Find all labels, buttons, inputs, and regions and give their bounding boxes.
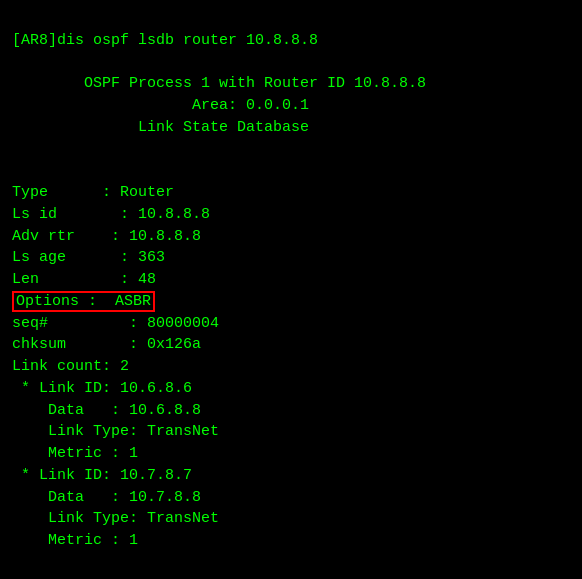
link2-type-value: TransNet <box>147 510 219 527</box>
link2-metric-label: Metric : <box>48 532 129 549</box>
link2-linkid-value: 10.7.8.7 <box>120 467 192 484</box>
link1-type-label: Link Type: <box>48 423 147 440</box>
link1-data-row: Data : 10.6.8.8 <box>12 402 201 419</box>
link2-metric-value: 1 <box>129 532 138 549</box>
link1-metric-value: 1 <box>129 445 138 462</box>
link2-metric-row: Metric : 1 <box>12 532 138 549</box>
link2-type-label: Link Type: <box>48 510 147 527</box>
linkcount-row: Link count: 2 <box>12 358 129 375</box>
chksum-row: chksum : 0x126a <box>12 336 201 353</box>
len-row: Len : 48 <box>12 271 156 288</box>
link1-linkid-value: 10.6.8.6 <box>120 380 192 397</box>
link2-type-row: Link Type: TransNet <box>12 510 219 527</box>
link1-type-value: TransNet <box>147 423 219 440</box>
link1-data-label: Data : <box>48 402 129 419</box>
link2-data-label: Data : <box>48 489 129 506</box>
type-row: Type : Router <box>12 184 174 201</box>
options-row: Options : ASBR <box>12 291 155 312</box>
link2-data-value: 10.7.8.8 <box>129 489 201 506</box>
link1-type-row: Link Type: TransNet <box>12 423 219 440</box>
link1-metric-label: Metric : <box>48 445 129 462</box>
seqnum-row: seq# : 80000004 <box>12 315 219 332</box>
header-line1: OSPF Process 1 with Router ID 10.8.8.8 <box>12 75 426 92</box>
link1-data-value: 10.6.8.8 <box>129 402 201 419</box>
terminal-window: [AR8]dis ospf lsdb router 10.8.8.8 OSPF … <box>12 8 570 552</box>
header-line3: Link State Database <box>12 119 309 136</box>
link2-linkid-label: Link ID: <box>39 467 120 484</box>
prompt-line: [AR8]dis ospf lsdb router 10.8.8.8 <box>12 32 318 49</box>
link1-linkid-label: Link ID: <box>39 380 120 397</box>
link2-data-row: Data : 10.7.8.8 <box>12 489 201 506</box>
link1-metric-row: Metric : 1 <box>12 445 138 462</box>
lsid-row: Ls id : 10.8.8.8 <box>12 206 210 223</box>
header-line2: Area: 0.0.0.1 <box>12 97 309 114</box>
link1-row: * Link ID: 10.6.8.6 <box>12 380 192 397</box>
lsage-row: Ls age : 363 <box>12 249 165 266</box>
link2-row: * Link ID: 10.7.8.7 <box>12 467 192 484</box>
advrtr-row: Adv rtr : 10.8.8.8 <box>12 228 201 245</box>
